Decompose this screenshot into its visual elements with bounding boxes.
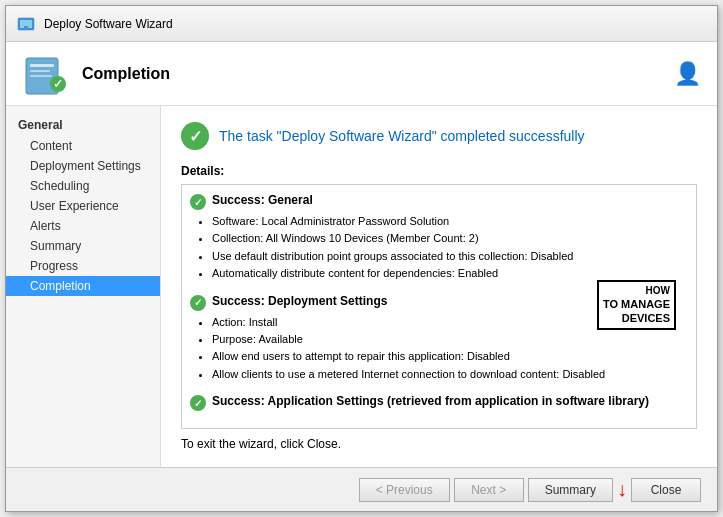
svg-rect-7: [30, 75, 52, 77]
section-bullets-general: Software: Local Administrator Password S…: [212, 214, 688, 282]
watermark-devices: DEVICES: [603, 311, 670, 325]
wizard-header: ✓ Completion 👤: [6, 42, 717, 106]
section-title-appsettings: Success: Application Settings (retrieved…: [212, 394, 649, 408]
bullet-deployment-2: Allow end users to attempt to repair thi…: [212, 349, 688, 364]
svg-rect-6: [30, 70, 50, 72]
details-box[interactable]: Success: General Software: Local Adminis…: [181, 184, 697, 429]
red-down-arrow: ↓: [617, 478, 627, 501]
sidebar-item-alerts[interactable]: Alerts: [6, 216, 160, 236]
summary-button[interactable]: Summary: [528, 478, 613, 502]
header-title: Completion: [82, 65, 170, 83]
wizard-body: General Content Deployment Settings Sche…: [6, 106, 717, 467]
previous-button[interactable]: < Previous: [359, 478, 450, 502]
next-button[interactable]: Next >: [454, 478, 524, 502]
wizard-window: Deploy Software Wizard ✓ Completion 👤 Ge…: [5, 5, 718, 512]
success-text: The task "Deploy Software Wizard" comple…: [219, 128, 585, 144]
svg-rect-5: [30, 64, 54, 67]
wizard-footer: < Previous Next > Summary ↓ Close: [6, 467, 717, 511]
close-button[interactable]: Close: [631, 478, 701, 502]
section-title-deployment: Success: Deployment Settings: [212, 294, 387, 308]
detail-section-general: Success: General Software: Local Adminis…: [190, 193, 688, 282]
watermark: HOW TO MANAGE DEVICES: [597, 280, 676, 330]
sidebar-item-deployment-settings[interactable]: Deployment Settings: [6, 156, 160, 176]
close-button-container: ↓ Close: [617, 478, 701, 502]
svg-text:✓: ✓: [53, 77, 63, 91]
detail-header-appsettings: Success: Application Settings (retrieved…: [190, 394, 688, 411]
window-title: Deploy Software Wizard: [44, 17, 707, 31]
section-success-icon-general: [190, 194, 206, 210]
user-icon: 👤: [674, 61, 701, 87]
bullet-deployment-1: Purpose: Available: [212, 332, 688, 347]
watermark-manage: TO MANAGE: [603, 297, 670, 311]
sidebar-item-completion[interactable]: Completion: [6, 276, 160, 296]
sidebar-category: General: [6, 114, 160, 136]
section-title-general: Success: General: [212, 193, 313, 207]
sidebar-item-user-experience[interactable]: User Experience: [6, 196, 160, 216]
sidebar-item-content[interactable]: Content: [6, 136, 160, 156]
sidebar-item-summary[interactable]: Summary: [6, 236, 160, 256]
wizard-title-icon: [16, 14, 36, 34]
bullet-general-0: Software: Local Administrator Password S…: [212, 214, 688, 229]
sidebar-item-progress[interactable]: Progress: [6, 256, 160, 276]
main-content: The task "Deploy Software Wizard" comple…: [161, 106, 717, 467]
details-label: Details:: [181, 164, 697, 178]
section-success-icon-appsettings: [190, 395, 206, 411]
title-bar: Deploy Software Wizard: [6, 6, 717, 42]
bullet-general-2: Use default distribution point groups as…: [212, 249, 688, 264]
bullet-deployment-3: Allow clients to use a metered Internet …: [212, 367, 688, 382]
sidebar: General Content Deployment Settings Sche…: [6, 106, 161, 467]
sidebar-item-scheduling[interactable]: Scheduling: [6, 176, 160, 196]
svg-rect-3: [24, 26, 28, 28]
detail-header-general: Success: General: [190, 193, 688, 210]
success-banner: The task "Deploy Software Wizard" comple…: [181, 122, 697, 150]
exit-text: To exit the wizard, click Close.: [181, 437, 697, 451]
success-checkmark: [181, 122, 209, 150]
section-success-icon-deployment: [190, 295, 206, 311]
bullet-general-1: Collection: All Windows 10 Devices (Memb…: [212, 231, 688, 246]
completion-icon: ✓: [22, 50, 70, 98]
watermark-how: HOW: [603, 284, 670, 297]
detail-section-appsettings: Success: Application Settings (retrieved…: [190, 394, 688, 411]
